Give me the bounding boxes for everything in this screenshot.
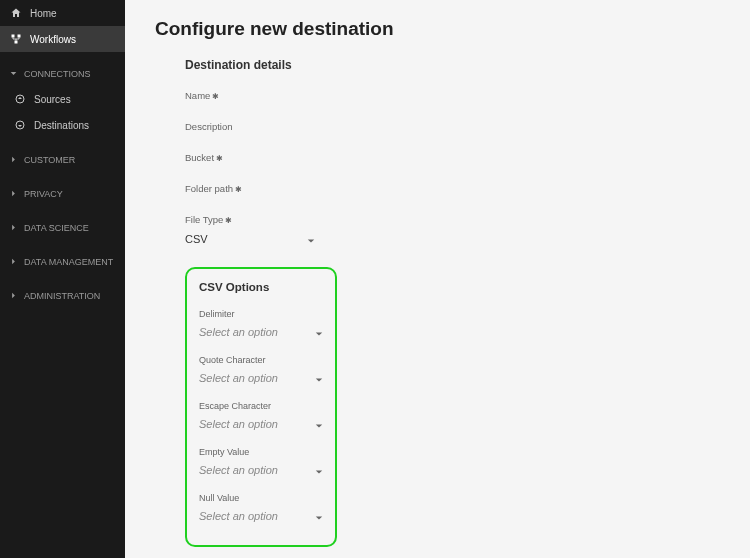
field-file-type: File Type✱ CSV (185, 214, 315, 247)
label-escape-character: Escape Character (199, 401, 323, 411)
nav-home[interactable]: Home (0, 0, 125, 26)
field-folder-path: Folder path✱ (185, 183, 315, 194)
chevron-down-icon (315, 466, 323, 474)
nav-section-connections[interactable]: CONNECTIONS (0, 62, 125, 86)
nav-section-administration-label: ADMINISTRATION (24, 291, 100, 301)
chevron-down-icon (315, 328, 323, 336)
label-bucket: Bucket✱ (185, 152, 315, 163)
quote-placeholder: Select an option (199, 372, 278, 384)
field-description: Description (185, 121, 315, 132)
quote-character-select[interactable]: Select an option (199, 370, 323, 386)
empty-value-select[interactable]: Select an option (199, 462, 323, 478)
destination-details-heading: Destination details (185, 58, 720, 72)
escape-character-select[interactable]: Select an option (199, 416, 323, 432)
form-area: Destination details Name✱ Description Bu… (155, 58, 720, 547)
svg-rect-0 (12, 35, 15, 38)
chevron-right-icon (10, 292, 18, 300)
svg-rect-1 (18, 35, 21, 38)
label-folder-path: Folder path✱ (185, 183, 315, 194)
chevron-right-icon (10, 156, 18, 164)
delimiter-placeholder: Select an option (199, 326, 278, 338)
label-name: Name✱ (185, 90, 315, 101)
field-bucket: Bucket✱ (185, 152, 315, 163)
nav-section-administration[interactable]: ADMINISTRATION (0, 284, 125, 308)
nav-section-privacy-label: PRIVACY (24, 189, 63, 199)
label-null-value: Null Value (199, 493, 323, 503)
empty-placeholder: Select an option (199, 464, 278, 476)
nav-workflows-label: Workflows (30, 34, 76, 45)
nav-section-customer-label: CUSTOMER (24, 155, 75, 165)
nav-sources-label: Sources (34, 94, 71, 105)
field-delimiter: Delimiter Select an option (199, 309, 323, 340)
workflows-icon (10, 33, 22, 45)
chevron-right-icon (10, 258, 18, 266)
chevron-down-icon (307, 235, 315, 243)
label-quote-character: Quote Character (199, 355, 323, 365)
nav-workflows[interactable]: Workflows (0, 26, 125, 52)
sidebar: Home Workflows CONNECTIONS Sources Desti… (0, 0, 125, 558)
nav-destinations-label: Destinations (34, 120, 89, 131)
label-empty-value: Empty Value (199, 447, 323, 457)
field-empty-value: Empty Value Select an option (199, 447, 323, 478)
nav-section-data-science[interactable]: DATA SCIENCE (0, 216, 125, 240)
csv-options-heading: CSV Options (199, 281, 323, 293)
field-null-value: Null Value Select an option (199, 493, 323, 524)
chevron-down-icon (315, 420, 323, 428)
field-escape-character: Escape Character Select an option (199, 401, 323, 432)
null-value-select[interactable]: Select an option (199, 508, 323, 524)
label-file-type: File Type✱ (185, 214, 315, 225)
file-type-value: CSV (185, 233, 208, 245)
sources-icon (14, 93, 26, 105)
field-name: Name✱ (185, 90, 315, 101)
chevron-right-icon (10, 224, 18, 232)
page-title: Configure new destination (155, 18, 720, 40)
chevron-down-icon (10, 70, 18, 78)
null-placeholder: Select an option (199, 510, 278, 522)
nav-section-customer[interactable]: CUSTOMER (0, 148, 125, 172)
chevron-down-icon (315, 374, 323, 382)
nav-destinations[interactable]: Destinations (4, 112, 125, 138)
label-description: Description (185, 121, 315, 132)
nav-section-data-management-label: DATA MANAGEMENT (24, 257, 113, 267)
label-delimiter: Delimiter (199, 309, 323, 319)
main-content: Configure new destination Destination de… (125, 0, 750, 558)
nav-section-privacy[interactable]: PRIVACY (0, 182, 125, 206)
file-type-select[interactable]: CSV (185, 231, 315, 247)
delimiter-select[interactable]: Select an option (199, 324, 323, 340)
destinations-icon (14, 119, 26, 131)
home-icon (10, 7, 22, 19)
chevron-down-icon (315, 512, 323, 520)
nav-home-label: Home (30, 8, 57, 19)
svg-rect-2 (15, 41, 18, 44)
escape-placeholder: Select an option (199, 418, 278, 430)
nav-section-data-management[interactable]: DATA MANAGEMENT (0, 250, 125, 274)
field-quote-character: Quote Character Select an option (199, 355, 323, 386)
nav-section-connections-label: CONNECTIONS (24, 69, 91, 79)
chevron-right-icon (10, 190, 18, 198)
nav-section-data-science-label: DATA SCIENCE (24, 223, 89, 233)
nav-sources[interactable]: Sources (4, 86, 125, 112)
csv-options-box: CSV Options Delimiter Select an option Q… (185, 267, 337, 547)
